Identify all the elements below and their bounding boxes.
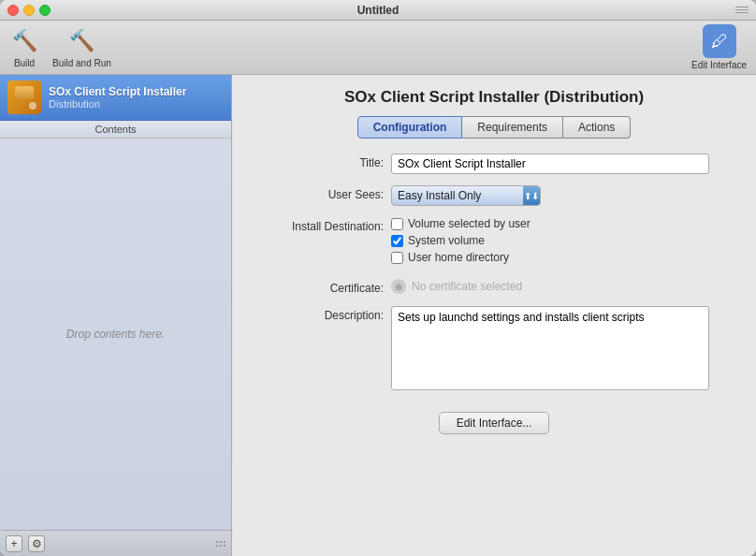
close-button[interactable] bbox=[7, 5, 19, 16]
add-button[interactable]: + bbox=[6, 535, 22, 552]
sidebar-item-sub: Distribution bbox=[49, 98, 186, 110]
panel-title: SOx Client Script Installer (Distributio… bbox=[247, 88, 741, 107]
edit-interface-icon: 🖊 bbox=[703, 24, 736, 58]
title-input[interactable] bbox=[391, 154, 709, 174]
right-panel: SOx Client Script Installer (Distributio… bbox=[232, 75, 756, 556]
edit-interface-button[interactable]: Edit Interface... bbox=[439, 412, 550, 434]
sidebar-item-name: SOx Client Script Installer bbox=[49, 85, 186, 98]
checkbox-user-home-label: User home directory bbox=[408, 251, 509, 264]
sidebar-item-sox[interactable]: SOx Client Script Installer Distribution bbox=[0, 75, 231, 121]
install-dest-label: Install Destination: bbox=[251, 217, 391, 233]
checkbox-system-volume: System volume bbox=[391, 234, 737, 247]
tab-configuration[interactable]: Configuration bbox=[357, 116, 463, 139]
resize-dot bbox=[220, 541, 222, 543]
resize-dot bbox=[224, 545, 225, 547]
titlebar: Untitled bbox=[0, 0, 756, 21]
sidebar-footer: + ⚙ bbox=[0, 530, 231, 556]
description-row: Description: Sets up launchd settings an… bbox=[251, 306, 737, 393]
build-run-icon: 🔨 bbox=[66, 26, 96, 56]
resize-dot bbox=[220, 545, 222, 547]
build-label: Build bbox=[14, 58, 35, 68]
sidebar: SOx Client Script Installer Distribution… bbox=[0, 75, 232, 556]
checkbox-user-home: User home directory bbox=[391, 251, 737, 264]
tab-actions[interactable]: Actions bbox=[563, 116, 631, 139]
maximize-button[interactable] bbox=[39, 5, 51, 16]
description-textarea[interactable]: Sets up launchd settings and installs cl… bbox=[391, 306, 709, 390]
edit-interface-toolbar-label: Edit Interface bbox=[691, 60, 747, 70]
window-title: Untitled bbox=[357, 4, 400, 17]
sidebar-resize-handle[interactable] bbox=[216, 541, 225, 547]
minimize-button[interactable] bbox=[23, 5, 35, 16]
sidebar-drop-area: Drop contents here. bbox=[0, 139, 231, 530]
pkg-icon-shape bbox=[7, 80, 41, 114]
checkbox-volume-user: Volume selected by user bbox=[391, 217, 737, 230]
build-icon: 🔨 bbox=[9, 26, 39, 56]
user-sees-select-wrapper: Easy Install Only Custom Install Standar… bbox=[391, 185, 541, 206]
title-control bbox=[391, 154, 737, 174]
checkbox-volume-user-input[interactable] bbox=[391, 218, 403, 230]
description-label: Description: bbox=[251, 306, 391, 322]
build-run-label: Build and Run bbox=[52, 58, 111, 68]
certificate-value: ⊕ No certificate selected bbox=[391, 279, 737, 294]
main-content: SOx Client Script Installer Distribution… bbox=[0, 75, 756, 556]
resize-dot bbox=[224, 541, 225, 543]
resize-dot bbox=[216, 545, 218, 547]
certificate-label: Certificate: bbox=[251, 279, 391, 295]
gear-button[interactable]: ⚙ bbox=[28, 535, 45, 552]
resize-dot bbox=[216, 541, 218, 543]
build-button[interactable]: 🔨 Build bbox=[9, 26, 39, 68]
certificate-control: ⊕ No certificate selected bbox=[391, 279, 737, 294]
main-window: Untitled 🔨 Build 🔨 Build and Run 🖊 Edit … bbox=[0, 0, 756, 556]
checkbox-volume-user-label: Volume selected by user bbox=[408, 217, 531, 230]
certificate-row: Certificate: ⊕ No certificate selected bbox=[251, 279, 737, 295]
drop-hint-text: Drop contents here. bbox=[66, 328, 165, 341]
build-and-run-button[interactable]: 🔨 Build and Run bbox=[52, 26, 111, 68]
user-sees-row: User Sees: Easy Install Only Custom Inst… bbox=[251, 185, 737, 206]
form-area: Title: User Sees: Easy Install Only Cust… bbox=[232, 139, 756, 556]
no-cert-text: No certificate selected bbox=[412, 280, 522, 293]
sidebar-contents-label: Contents bbox=[0, 121, 231, 139]
sidebar-item-text: SOx Client Script Installer Distribution bbox=[49, 85, 186, 110]
resize-control[interactable] bbox=[735, 6, 749, 15]
user-sees-control: Easy Install Only Custom Install Standar… bbox=[391, 185, 737, 206]
checkbox-system-volume-input[interactable] bbox=[391, 235, 403, 247]
checkbox-user-home-input[interactable] bbox=[391, 252, 403, 264]
install-dest-control: Volume selected by user System volume Us… bbox=[391, 217, 737, 268]
tab-requirements[interactable]: Requirements bbox=[462, 116, 563, 139]
title-row: Title: bbox=[251, 154, 737, 174]
title-label: Title: bbox=[251, 154, 391, 169]
window-controls bbox=[7, 5, 51, 16]
user-sees-label: User Sees: bbox=[251, 185, 391, 201]
description-control: Sets up launchd settings and installs cl… bbox=[391, 306, 737, 393]
toolbar: 🔨 Build 🔨 Build and Run 🖊 Edit Interface bbox=[0, 21, 756, 75]
bottom-btn-row: Edit Interface... bbox=[251, 404, 737, 449]
install-dest-row: Install Destination: Volume selected by … bbox=[251, 217, 737, 268]
cert-icon: ⊕ bbox=[391, 279, 406, 294]
user-sees-select[interactable]: Easy Install Only Custom Install Standar… bbox=[391, 185, 541, 206]
package-icon bbox=[7, 80, 41, 114]
checkbox-system-volume-label: System volume bbox=[408, 234, 485, 247]
panel-header: SOx Client Script Installer (Distributio… bbox=[232, 75, 756, 139]
tab-bar: Configuration Requirements Actions bbox=[247, 116, 741, 139]
toolbar-right: 🖊 Edit Interface bbox=[691, 24, 747, 70]
